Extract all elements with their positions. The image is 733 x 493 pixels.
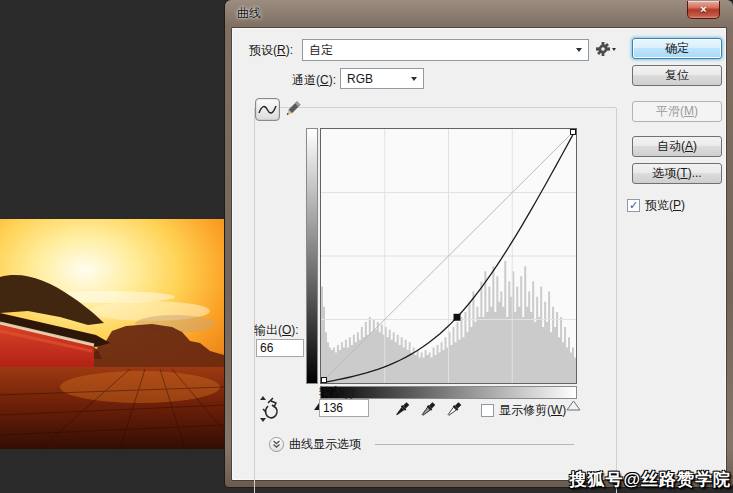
curve-display-options-expander[interactable]: 曲线显示选项 xyxy=(269,436,361,453)
show-clipping-checkbox-row[interactable]: 显示修剪(W) xyxy=(481,402,566,419)
expander-chevron-icon[interactable] xyxy=(269,437,284,452)
dialog-title: 曲线 xyxy=(237,5,261,22)
white-point-eyedropper-icon[interactable] xyxy=(444,400,463,420)
gray-point-eyedropper-icon[interactable] xyxy=(418,400,437,420)
output-gradient-bar xyxy=(306,128,318,384)
preset-value: 自定 xyxy=(309,42,333,59)
channel-dropdown-arrow-icon xyxy=(411,77,417,81)
preset-label: 预设(R): xyxy=(249,42,293,59)
preset-options-gear-icon[interactable] xyxy=(595,41,617,57)
show-clipping-checkbox[interactable] xyxy=(481,404,494,417)
dialog-body: 预设(R): 自定 确定 复位 平滑(M) 自动(A) 选项(T)... ✓ 预… xyxy=(232,28,726,480)
watermark: 搜狐号@丝路赞学院 xyxy=(569,468,731,491)
curve-display-options-label: 曲线显示选项 xyxy=(289,436,361,453)
curve-plot[interactable] xyxy=(321,129,576,383)
auto-button[interactable]: 自动(A) xyxy=(632,136,722,157)
close-icon: × xyxy=(700,3,706,15)
channel-value: RGB xyxy=(347,72,373,86)
channel-label: 通道(C): xyxy=(289,72,339,89)
input-value-input[interactable] xyxy=(319,399,369,417)
highlight-input-slider[interactable] xyxy=(566,400,581,411)
expander-separator xyxy=(375,444,574,445)
options-button[interactable]: 选项(T)... xyxy=(632,163,722,184)
edit-curve-tool-button[interactable] xyxy=(255,98,280,121)
curves-dialog: 曲线 × 预设(R): 自定 确定 复位 平滑(M) 自动(A) xyxy=(225,0,733,487)
check-icon: ✓ xyxy=(629,199,638,212)
ok-button[interactable]: 确定 xyxy=(632,38,722,59)
document-image-palace xyxy=(0,219,224,449)
curve-graph[interactable] xyxy=(320,128,577,384)
output-label: 输出(O): xyxy=(254,322,299,339)
output-value-input[interactable] xyxy=(256,339,304,357)
input-gradient-bar xyxy=(320,386,577,399)
preset-select[interactable]: 自定 xyxy=(302,39,589,61)
close-button[interactable]: × xyxy=(687,1,720,19)
channel-select[interactable]: RGB xyxy=(340,68,424,89)
black-point-eyedropper-icon[interactable] xyxy=(392,400,411,420)
preset-dropdown-arrow-icon xyxy=(576,48,582,52)
preview-checkbox[interactable]: ✓ xyxy=(627,199,640,212)
preview-checkbox-row[interactable]: ✓ 预览(P) xyxy=(627,197,685,214)
smooth-button: 平滑(M) xyxy=(632,101,722,122)
show-clipping-label: 显示修剪(W) xyxy=(499,402,566,419)
targeted-adjustment-tool-icon[interactable] xyxy=(254,394,282,424)
double-chevron-down-icon xyxy=(272,440,281,449)
reset-button[interactable]: 复位 xyxy=(632,65,722,86)
dialog-titlebar[interactable]: 曲线 × xyxy=(225,0,733,28)
palace-illustration xyxy=(0,219,224,449)
pencil-tool-icon[interactable] xyxy=(281,98,303,120)
preview-label: 预览(P) xyxy=(645,197,685,214)
curve-tool-icon xyxy=(258,103,277,116)
